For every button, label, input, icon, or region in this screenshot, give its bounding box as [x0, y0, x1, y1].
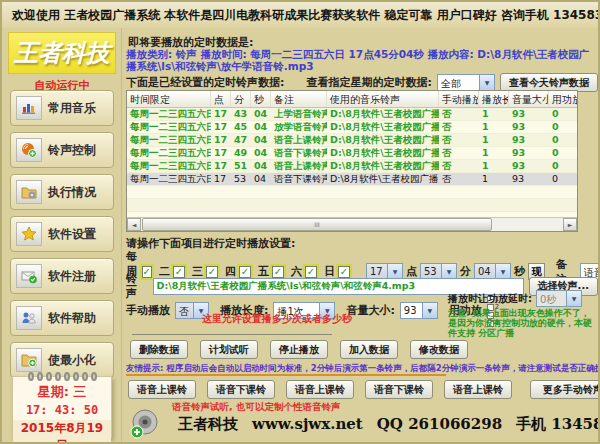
cell-volume: 93 — [509, 121, 549, 133]
week-filter-select[interactable]: 全部 ▼ — [437, 74, 495, 91]
cell-minute: 49 — [231, 147, 251, 159]
horizontal-scrollbar[interactable]: ◄ ⦀⦀ ► — [127, 217, 577, 231]
voice-bell-button[interactable]: 语音上课铃 — [286, 380, 354, 399]
cell-ring-path: D:\8月软件\王者校园广播系... — [327, 108, 439, 120]
cell-ring-path: D:\8月软件\王者校园广播系... — [327, 173, 439, 185]
scroll-left-icon[interactable]: ◄ — [127, 218, 141, 231]
action-button[interactable]: 停止播放 — [270, 340, 328, 359]
column-header[interactable]: 用功放 — [549, 91, 578, 107]
cell-remark: 语音上课铃声 — [271, 134, 327, 146]
table-row[interactable]: 每周一二三四五六日 17 47 04 语音上课铃声 D:\8月软件\王者校园广播… — [127, 134, 577, 147]
cell-length: 1 — [479, 173, 509, 185]
column-header[interactable]: 音量大小 — [509, 91, 549, 107]
voice-bell-button[interactable]: 语音下课铃 — [207, 380, 275, 399]
voice-bell-button[interactable]: 语音上课铃 — [444, 380, 512, 399]
action-button[interactable]: 计划试听 — [200, 340, 258, 359]
cell-time-limit: 每周一二三四五六日 — [127, 160, 211, 172]
column-header[interactable]: 秒 — [251, 91, 271, 107]
more-bells-button[interactable]: 更多手动铃声... — [530, 380, 600, 399]
cell-time-limit: 每周一二三四五六日 — [127, 108, 211, 120]
cell-length: 1 — [479, 160, 509, 172]
cell-manual: 否 — [439, 173, 479, 185]
sidebar-item-settings[interactable]: 软件设置 — [10, 216, 114, 252]
sidebar-item-label: 软件设置 — [48, 226, 96, 243]
calendar-spiral — [13, 372, 111, 381]
folder-gear-icon — [16, 180, 42, 204]
cell-second: 04 — [251, 108, 271, 120]
scroll-right-icon[interactable]: ► — [563, 218, 577, 231]
cell-minute: 43 — [231, 108, 251, 120]
chevron-down-icon[interactable]: ▼ — [479, 75, 494, 90]
cell-length: 1 — [479, 147, 509, 159]
length-hint: 这里允许设置播多少次或者多少秒 — [202, 312, 352, 326]
sidebar-item-label: 铃声控制 — [48, 142, 96, 159]
column-header[interactable]: 时间限定 — [127, 91, 211, 107]
volume-select[interactable]: 93▼ — [400, 302, 438, 319]
chevron-down-icon[interactable]: ▼ — [422, 303, 437, 318]
cell-amp: 0 — [549, 173, 578, 185]
cell-hour: 17 — [211, 134, 231, 146]
cell-second: 04 — [251, 147, 271, 159]
sidebar-item-label: 软件帮助 — [48, 310, 96, 327]
cell-volume: 93 — [509, 147, 549, 159]
cell-second: 04 — [251, 160, 271, 172]
manual-play-label: 手动播放 — [126, 303, 170, 318]
table-row[interactable]: 每周一二三四五六日 17 45 04 放学语音铃声 D:\8月软件\王者校园广播… — [127, 121, 577, 134]
help-people-icon — [16, 306, 42, 330]
table-row[interactable]: 每周一二三四五六日 17 49 04 语音下课铃声 D:\8月软件\王者校园广播… — [127, 147, 577, 160]
cell-time-limit: 每周一二三四五六日 — [127, 173, 211, 185]
action-button[interactable]: 修改数据 — [410, 340, 468, 359]
empty-rows-area — [127, 186, 577, 217]
cell-amp: 0 — [549, 160, 578, 172]
cell-volume: 93 — [509, 108, 549, 120]
clock-time: 17: 43: 50 — [13, 403, 111, 417]
data-action-buttons: 删除数据计划试听停止播放加入数据修改数据 — [130, 340, 468, 359]
cell-volume: 93 — [509, 173, 549, 185]
brand-logo: 王者科技 — [8, 32, 116, 74]
table-row[interactable]: 每周一二三四五六日 17 51 04 语音上课铃声 D:\8月软件\王者校园广播… — [127, 160, 577, 173]
scrollbar-thumb[interactable]: ⦀⦀ — [142, 218, 492, 231]
cell-minute: 47 — [231, 134, 251, 146]
column-header[interactable]: 播放长 — [479, 91, 509, 107]
table-row[interactable]: 每周一二三四五六日 17 43 04 上学语音铃声 D:\8月软件\王者校园广播… — [127, 108, 577, 121]
sidebar-item-register[interactable]: 软件注册 — [10, 258, 114, 294]
column-header[interactable]: 分 — [231, 91, 251, 107]
cell-remark: 放学语音铃声 — [271, 121, 327, 133]
upcoming-detail: 播放类别: 铃声 播放时间: 每周一二三四五六日 17点45分04秒 播放内容:… — [126, 48, 596, 72]
sidebar-item-music[interactable]: 常用音乐 — [10, 90, 114, 126]
cell-manual: 否 — [439, 147, 479, 159]
cell-manual: 否 — [439, 160, 479, 172]
column-header[interactable]: 点 — [211, 91, 231, 107]
speaker-icon — [128, 408, 164, 440]
cell-ring-path: D:\8月软件\王者校园广播系... — [327, 160, 439, 172]
cell-length: 1 — [479, 134, 509, 146]
column-header[interactable]: 手动播放 — [439, 91, 479, 107]
voice-bell-button[interactable]: 语音上课铃 — [128, 380, 196, 399]
cell-amp: 0 — [549, 108, 578, 120]
window-title: 欢迎使用 王者校园广播系统 本软件是四川电教科研成果比赛获奖软件 稳定可靠 用户… — [12, 7, 600, 24]
footer-brand: 王者科技 — [178, 415, 238, 434]
column-header[interactable]: 备注 — [271, 91, 327, 107]
sidebar-item-ring-control[interactable]: 铃声控制 — [10, 132, 114, 168]
column-header[interactable]: 使用的音乐铃声 — [327, 91, 439, 107]
table-row[interactable]: 每周一二三四五六日 17 53 04 语音下课铃声 D:\8月软件\王者校园广播… — [127, 173, 577, 186]
footer-phone: 手机 13458323058 — [516, 415, 600, 434]
sidebar: 王者科技 自动运行中 常用音乐 铃声控制 执行情况 软件设置 — [2, 28, 122, 442]
voice-bell-button[interactable]: 语音下课铃 — [365, 380, 433, 399]
schedule-table: 时间限定点分秒备注使用的音乐铃声手动播放播放长音量大小用功放 每周一二三四五六日… — [126, 90, 578, 232]
cell-amp: 0 — [549, 134, 578, 146]
bar-chart-icon — [16, 96, 42, 120]
chevron-down-icon: ▼ — [566, 291, 581, 306]
action-button[interactable]: 加入数据 — [340, 340, 398, 359]
cell-minute: 53 — [231, 173, 251, 185]
cell-second: 04 — [251, 134, 271, 146]
cell-ring-path: D:\8月软件\王者校园广播系... — [327, 134, 439, 146]
ring-control-icon — [16, 138, 42, 162]
cell-second: 04 — [251, 121, 271, 133]
sidebar-item-execution[interactable]: 执行情况 — [10, 174, 114, 210]
action-button[interactable]: 删除数据 — [130, 340, 188, 359]
cell-volume: 93 — [509, 160, 549, 172]
sidebar-item-help[interactable]: 软件帮助 — [10, 300, 114, 336]
footer-website[interactable]: www.sjwx.net — [252, 415, 363, 434]
cell-hour: 17 — [211, 108, 231, 120]
